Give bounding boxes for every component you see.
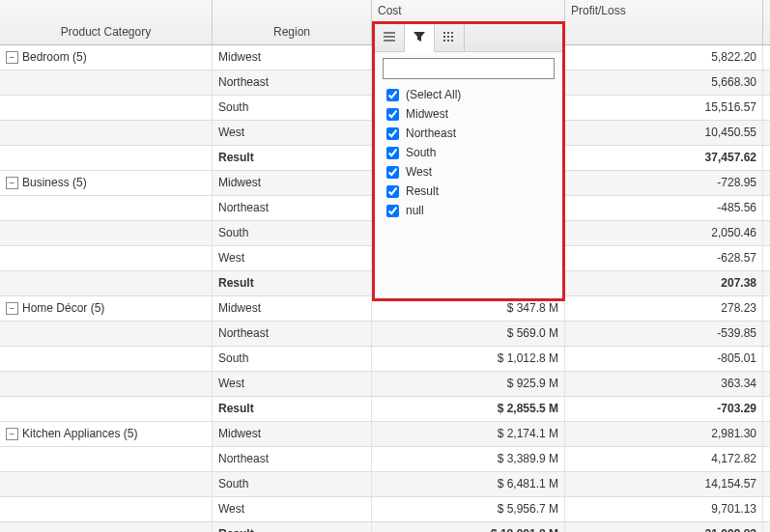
filter-option[interactable]: null <box>383 201 555 220</box>
cell-product-category <box>0 221 213 245</box>
cell-profit-loss: 2,050.46 <box>565 221 763 245</box>
table-row: Result$ 18,001.8 M31,009.83 <box>0 522 770 532</box>
filter-option-label: (Select All) <box>406 88 461 101</box>
filter-option-label: null <box>406 204 424 217</box>
table-row: −Kitchen Appliances (5)Midwest$ 2,174.1 … <box>0 422 770 447</box>
menu-tab[interactable] <box>375 24 405 51</box>
cell-profit-loss: -805.01 <box>565 347 763 371</box>
cell-product-category <box>0 96 213 120</box>
collapse-icon[interactable]: − <box>6 177 18 189</box>
table-row: South$ 6,481.1 M14,154.57 <box>0 472 770 497</box>
cell-region: Northeast <box>213 447 372 471</box>
filter-option-label: South <box>406 146 436 159</box>
group-label: Kitchen Appliances (5) <box>22 422 137 446</box>
cell-region: Result <box>213 397 372 421</box>
cell-product-category <box>0 121 213 145</box>
filter-checkbox[interactable] <box>386 166 399 179</box>
group-label: Home Décor (5) <box>22 296 104 321</box>
cell-profit-loss: -703.29 <box>565 397 763 421</box>
col-product-category[interactable]: Product Category <box>0 0 213 44</box>
svg-rect-8 <box>451 40 453 42</box>
cell-region: West <box>213 372 372 396</box>
filter-checkbox[interactable] <box>386 108 399 121</box>
cell-product-category: −Kitchen Appliances (5) <box>0 422 213 446</box>
grid-icon <box>442 30 456 46</box>
cell-profit-loss: -628.57 <box>565 246 763 270</box>
svg-rect-7 <box>447 40 449 42</box>
cell-profit-loss: 9,701.13 <box>565 497 763 521</box>
cell-profit-loss: 4,172.82 <box>565 447 763 471</box>
filter-checkbox[interactable] <box>386 185 399 198</box>
col-label: Region <box>273 25 310 39</box>
collapse-icon[interactable]: − <box>6 428 18 440</box>
filter-option[interactable]: South <box>383 143 555 162</box>
filter-option[interactable]: (Select All) <box>383 85 555 104</box>
filter-option[interactable]: West <box>383 162 555 182</box>
svg-rect-0 <box>443 32 445 34</box>
cell-cost: $ 6,481.1 M <box>372 472 565 496</box>
cell-product-category <box>0 196 213 220</box>
collapse-icon[interactable]: − <box>6 51 18 64</box>
filter-checkbox[interactable] <box>386 89 399 101</box>
cell-region: South <box>213 347 372 371</box>
filter-checklist: (Select All)MidwestNortheastSouthWestRes… <box>383 85 555 220</box>
cell-cost: $ 2,855.5 M <box>372 397 565 421</box>
filter-option[interactable]: Result <box>383 182 555 201</box>
svg-rect-5 <box>451 36 453 38</box>
group-label: Bedroom (5) <box>22 45 87 70</box>
cell-region: Northeast <box>213 70 372 95</box>
cell-region: Midwest <box>213 296 372 321</box>
cell-cost: $ 18,001.8 M <box>372 522 565 532</box>
col-label: Product Category <box>61 25 151 39</box>
cell-product-category: −Business (5) <box>0 171 213 195</box>
filter-checkbox[interactable] <box>386 147 399 159</box>
svg-rect-2 <box>451 32 453 34</box>
cell-profit-loss: 363.34 <box>565 372 763 396</box>
svg-rect-4 <box>447 36 449 38</box>
cell-region: West <box>213 121 372 145</box>
columns-tab[interactable] <box>435 24 465 51</box>
cell-profit-loss: 31,009.83 <box>565 522 763 532</box>
filter-tab[interactable] <box>405 24 435 52</box>
cell-cost: $ 925.9 M <box>372 372 565 396</box>
filter-checkbox[interactable] <box>386 127 399 140</box>
filter-option-label: Midwest <box>406 107 448 121</box>
cell-region: Midwest <box>213 171 372 195</box>
cell-product-category <box>0 347 213 371</box>
cell-region: South <box>213 221 372 245</box>
cell-product-category <box>0 246 213 270</box>
cell-cost: $ 3,389.9 M <box>372 447 565 471</box>
col-region[interactable]: Region <box>213 0 372 44</box>
filter-option[interactable]: Midwest <box>383 104 555 124</box>
cell-cost: $ 5,956.7 M <box>372 497 565 521</box>
cell-product-category <box>0 70 213 95</box>
cell-region: Northeast <box>213 196 372 220</box>
cell-product-category <box>0 397 213 421</box>
menu-icon <box>383 30 396 46</box>
cell-region: Northeast <box>213 322 372 346</box>
cell-product-category <box>0 472 213 496</box>
collapse-icon[interactable]: − <box>6 302 18 315</box>
table-row: South$ 1,012.8 M-805.01 <box>0 347 770 372</box>
cell-region: Midwest <box>213 422 372 446</box>
filter-checkbox[interactable] <box>386 205 399 217</box>
table-row: West$ 925.9 M363.34 <box>0 372 770 397</box>
cell-profit-loss: 5,822.20 <box>565 45 763 70</box>
cell-profit-loss: 278.23 <box>565 296 763 321</box>
table-row: West$ 5,956.7 M9,701.13 <box>0 497 770 522</box>
cell-region: Result <box>213 146 372 170</box>
cell-profit-loss: -728.95 <box>565 171 763 195</box>
filter-option-label: Result <box>406 184 439 198</box>
col-profit-loss[interactable]: Profit/Loss <box>565 0 763 44</box>
filter-option[interactable]: Northeast <box>383 124 555 143</box>
cell-region: Result <box>213 522 372 532</box>
cell-profit-loss: 207.38 <box>565 271 763 295</box>
cell-profit-loss: 5,668.30 <box>565 70 763 95</box>
cell-product-category <box>0 322 213 346</box>
filter-search-input[interactable] <box>383 58 555 79</box>
cell-region: Result <box>213 271 372 295</box>
cell-product-category: −Bedroom (5) <box>0 45 213 70</box>
funnel-icon <box>413 30 426 46</box>
svg-rect-1 <box>447 32 449 34</box>
cell-product-category <box>0 522 213 532</box>
